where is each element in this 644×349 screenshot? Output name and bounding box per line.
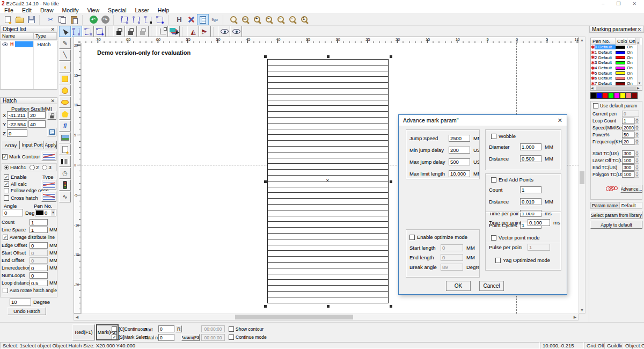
spinner-control[interactable]: ▲▼ [634,139,639,145]
color-swatch[interactable] [632,92,638,99]
show-preview-icon[interactable] [218,26,230,37]
ellipse-tool[interactable] [59,97,71,108]
menu-view[interactable]: View [83,7,104,13]
yag-optimized-checkbox[interactable]: Yag Optimized mode [495,257,550,263]
selection-handle[interactable] [390,55,392,58]
object-list-close-icon[interactable]: ✕ [50,27,55,32]
chevron-down-icon[interactable]: ▼ [51,209,55,216]
hatch3-radio[interactable] [42,165,47,170]
text-tool[interactable]: fI [59,120,71,132]
param-field[interactable]: 2000 [622,125,634,131]
pen-name[interactable]: 2 Default [595,55,616,60]
color-swatch[interactable] [614,92,620,99]
pen-row[interactable]: ✱4 DefaultOn [591,66,642,71]
z-position-field[interactable]: 0 [7,129,27,137]
spinner-control[interactable]: ▲▼ [634,125,639,131]
bitmap-tool[interactable] [59,132,71,143]
lock-light-icon[interactable] [137,26,149,37]
continuous-checkbox[interactable]: [C]Continuous [112,326,148,332]
pen-on-state[interactable]: On [627,60,633,65]
aspect-lock-button[interactable] [47,111,56,120]
canvas-horizontal-scrollbar[interactable]: ◀ ▶ [74,314,579,321]
hatch-row-count-field[interactable]: 1 [30,219,48,226]
selection-handle[interactable] [390,305,392,308]
param-field[interactable]: 300 [622,150,634,157]
io-control-tool[interactable] [59,179,71,191]
node-array-2-icon[interactable] [130,14,142,25]
canvas-vertical-scrollbar[interactable]: ▲ ▼ [579,37,586,314]
pen-name[interactable]: 0 Default [595,45,616,49]
snap-icon[interactable] [156,26,168,37]
pen-color-swatch[interactable] [616,56,625,59]
select-param-library-button[interactable]: Select param from library [590,211,642,219]
param-field[interactable]: 100 [622,157,634,164]
pen-name[interactable]: 6 Default [595,76,616,81]
use-default-param-checkbox[interactable]: Use default param [593,103,637,108]
pen-row[interactable]: ✱0 DefaultOn [591,45,642,50]
pen-row[interactable]: ✱2 DefaultOn [591,55,642,60]
rectangle-tool[interactable] [59,73,71,84]
copy-icon[interactable] [56,14,68,25]
all-calc-checkbox[interactable]: ✓All calc [4,181,27,187]
mark-contour-checkbox[interactable]: ✓Mark Contour [2,154,40,159]
y-size-field[interactable]: 40 [28,120,46,128]
curve-tool[interactable]: ◖ [59,61,71,72]
pen-name[interactable]: 1 Default [595,50,616,55]
show-contour-checkbox[interactable]: Show contour [229,326,264,332]
param-f3-button[interactable]: Param(F3) [181,334,200,341]
visibility-eye-icon[interactable] [2,42,8,46]
mark-select-checkbox[interactable]: ✓[S]Mark Select [112,335,148,340]
hatch-row-edge-offset-field[interactable]: 0 [30,242,48,249]
x-position-field[interactable]: -41.211 [7,111,27,119]
minimize-button[interactable]: – [602,1,604,6]
open-icon[interactable] [13,14,25,25]
menu-help[interactable]: Help [153,7,174,13]
enable-checkbox[interactable]: ✓Enable [4,174,27,180]
scroll-right-icon[interactable]: ▶ [572,314,578,320]
selection-handle[interactable] [327,55,330,58]
spinner-control[interactable]: ▲▼ [634,157,639,164]
pen-on-state[interactable]: On [627,71,633,76]
pen-scroll-up-icon[interactable]: ▲ [635,38,640,45]
selection-handle[interactable] [264,55,267,58]
x-size-field[interactable]: 20 [28,111,46,119]
pen-name[interactable]: 4 Default [595,66,616,70]
group-icon[interactable]: 9go [209,14,221,25]
horizontal-scroll-thumb[interactable] [235,315,353,319]
scroll-down-icon[interactable]: ▼ [579,307,585,313]
hatch-icon[interactable]: H [173,14,185,25]
node-array-3-icon[interactable] [142,14,154,25]
object-name-cell-selected[interactable] [15,41,33,47]
circle-tool[interactable] [59,85,71,96]
mirror-horizontal-icon[interactable]: ◭ [199,26,211,37]
apply-to-default-button[interactable]: Apply to default [590,221,642,229]
param-field[interactable]: 1 [622,118,634,124]
hatch-row-linereduction-field[interactable]: 0 [30,265,48,271]
pen-color-swatch[interactable] [616,46,625,49]
hatch1-radio[interactable] [4,165,9,170]
continue-mode-checkbox[interactable]: Continue mode [229,335,267,340]
color-swatch[interactable] [608,92,614,99]
avg-distribute-checkbox[interactable]: ✓Average distribute line [3,235,55,240]
pen-name[interactable]: 5 Default [595,71,616,76]
object-list-toggle-icon[interactable] [197,14,209,25]
polygon-tool[interactable] [59,108,71,120]
cut-icon[interactable]: ✂ [45,14,56,25]
wobble-row-0-field[interactable]: 1.000 [520,143,541,150]
ok-button[interactable]: OK [446,281,471,291]
object-list-header-type[interactable]: Type [34,33,57,40]
endadd-row-1-field[interactable]: 0.010 [520,198,541,205]
selection-handle[interactable] [327,305,330,308]
jump-row-1-field[interactable]: 200 [449,147,470,154]
auto-rotate-checkbox[interactable]: Auto rotate hatch angle [3,288,57,293]
r-reset-button[interactable]: R [175,325,182,332]
vector-point-mode-checkbox[interactable]: Vector point mode [491,235,540,241]
rotate-angle-field[interactable]: 10 [10,299,31,306]
save-icon[interactable] [25,14,37,25]
menu-laser[interactable]: Laser [131,7,153,13]
lock-gray-icon[interactable] [125,26,137,37]
end-add-points-checkbox[interactable]: End Add Points [491,177,533,183]
menu-file[interactable]: File [0,7,18,13]
pen-color-swatch[interactable] [616,82,625,85]
pen-color-swatch[interactable] [616,51,625,54]
